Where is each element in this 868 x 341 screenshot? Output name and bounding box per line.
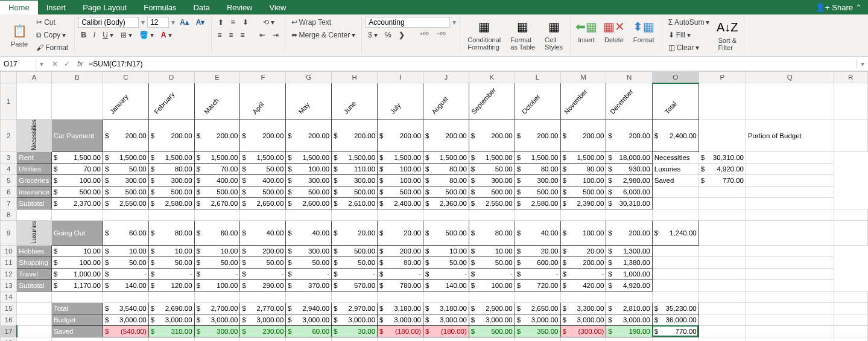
cell[interactable]: 500.00 <box>51 186 103 198</box>
cell[interactable]: - <box>560 268 606 279</box>
cell[interactable]: 1,500.00 <box>378 152 423 164</box>
cell[interactable]: 20.00 <box>515 245 560 257</box>
font-color-button[interactable]: A▾ <box>159 30 174 40</box>
cell[interactable]: 2,580.00 <box>515 198 560 209</box>
cell[interactable]: 200.00 <box>515 120 560 152</box>
cell[interactable]: 300.00 <box>286 245 332 257</box>
cell[interactable]: 2,550.00 <box>103 198 148 209</box>
cell[interactable]: 80.00 <box>148 164 194 175</box>
cell[interactable]: 1,380.00 <box>606 257 652 268</box>
format-cells-button[interactable]: ⬍▦Format <box>630 17 658 45</box>
chevron-down-icon[interactable]: ▾ <box>452 18 456 27</box>
cell[interactable]: 80.00 <box>378 257 423 268</box>
cell[interactable]: (300.00) <box>560 325 606 337</box>
borders-button[interactable]: ⊞▾ <box>118 30 135 40</box>
cell[interactable]: 100.00 <box>51 257 103 268</box>
cell[interactable]: 290.00 <box>240 279 286 291</box>
conditional-formatting-button[interactable]: ▦Conditional Formatting <box>464 17 504 52</box>
row-header-15[interactable]: 15 <box>1 302 17 314</box>
merge-center-button[interactable]: ⬌Merge & Center▾ <box>289 30 358 40</box>
chevron-down-icon[interactable]: ▾ <box>171 18 175 27</box>
clear-button[interactable]: ◫Clear▾ <box>666 42 712 53</box>
cell[interactable]: 40.00 <box>515 221 560 246</box>
cell[interactable]: 2,390.00 <box>560 198 606 209</box>
col-header-A[interactable]: A <box>17 72 52 83</box>
cell[interactable]: 200.00 <box>332 120 378 152</box>
row-header-7[interactable]: 7 <box>1 198 17 209</box>
cell[interactable]: 500.00 <box>469 186 515 198</box>
cell[interactable]: 2,940.00 <box>286 302 332 314</box>
orientation-button[interactable]: ⟲▾ <box>261 17 277 28</box>
cell[interactable]: 70.00 <box>194 164 240 175</box>
cell[interactable]: 2,980.00 <box>606 175 652 186</box>
cell[interactable]: 1,500.00 <box>148 152 194 164</box>
cell[interactable]: - <box>286 268 332 279</box>
cell[interactable]: 3,000.00 <box>423 314 469 325</box>
cell[interactable]: 2,360.00 <box>423 198 469 209</box>
col-header-L[interactable]: L <box>515 72 560 83</box>
tab-data[interactable]: Data <box>185 1 218 14</box>
cell[interactable]: 140.00 <box>103 279 148 291</box>
cell[interactable]: 70.00 <box>51 164 103 175</box>
col-header-J[interactable]: J <box>423 72 469 83</box>
align-middle-button[interactable]: ≡ <box>229 17 238 28</box>
cell[interactable]: 720.00 <box>515 279 560 291</box>
increase-indent-button[interactable]: ⇥ <box>270 30 281 40</box>
cell[interactable]: 200.00 <box>240 245 286 257</box>
row-header-10[interactable]: 10 <box>1 245 17 257</box>
cell[interactable]: 310.00 <box>148 325 194 337</box>
cell[interactable]: 300.00 <box>515 175 560 186</box>
cell[interactable]: 190.00 <box>606 325 652 337</box>
cell[interactable]: 20.00 <box>378 221 423 246</box>
cell[interactable]: 110.00 <box>332 164 378 175</box>
cell[interactable]: 200.00 <box>606 221 652 246</box>
cell[interactable]: 500.00 <box>560 186 606 198</box>
cell[interactable]: 40.00 <box>240 221 286 246</box>
cell[interactable]: 2,400.00 <box>652 120 699 152</box>
chevron-down-icon[interactable]: ▾ <box>141 18 145 27</box>
cell[interactable]: 3,000.00 <box>240 314 286 325</box>
sort-filter-button[interactable]: A↓ZSort & Filter <box>714 18 740 53</box>
col-header-P[interactable]: P <box>699 72 746 83</box>
fill-button[interactable]: ⬇Fill▾ <box>666 30 712 40</box>
comma-button[interactable]: ❯ <box>396 30 407 40</box>
col-header-D[interactable]: D <box>148 72 194 83</box>
cell[interactable]: 100.00 <box>51 175 103 186</box>
col-header-N[interactable]: N <box>606 72 652 83</box>
cell[interactable]: - <box>378 268 423 279</box>
cell[interactable]: 2,400.00 <box>378 198 423 209</box>
tab-view[interactable]: View <box>261 1 295 14</box>
cell[interactable]: (180.00) <box>423 325 469 337</box>
name-box[interactable] <box>0 59 36 69</box>
cell[interactable]: 1,500.00 <box>515 152 560 164</box>
share-button[interactable]: 👤+Share⌃ <box>809 1 868 14</box>
cell[interactable]: 500.00 <box>194 186 240 198</box>
cell[interactable]: - <box>103 268 148 279</box>
cell[interactable]: - <box>148 268 194 279</box>
cell[interactable]: 2,550.00 <box>469 198 515 209</box>
cell[interactable]: 50.00 <box>240 257 286 268</box>
cell[interactable]: 2,610.00 <box>332 198 378 209</box>
cell[interactable]: 20.00 <box>332 221 378 246</box>
cell[interactable]: 1,500.00 <box>469 152 515 164</box>
cell[interactable]: 200.00 <box>286 120 332 152</box>
decrease-indent-button[interactable]: ⇤ <box>257 30 268 40</box>
cell[interactable]: 10.00 <box>469 245 515 257</box>
col-header-H[interactable]: H <box>332 72 378 83</box>
cell[interactable]: 300.00 <box>103 175 148 186</box>
wrap-text-button[interactable]: ↩Wrap Text <box>289 17 358 28</box>
col-header-O[interactable]: O <box>652 72 699 83</box>
cell[interactable]: 10.00 <box>423 245 469 257</box>
cell[interactable]: 2,370.00 <box>51 198 103 209</box>
underline-button[interactable]: U▾ <box>100 30 116 40</box>
cell[interactable]: 930.00 <box>606 164 652 175</box>
col-header-E[interactable]: E <box>194 72 240 83</box>
cell[interactable]: 200.00 <box>103 120 148 152</box>
insert-cells-button[interactable]: ⬅▦Insert <box>574 17 598 45</box>
cell[interactable]: 3,000.00 <box>286 314 332 325</box>
cell[interactable]: 1,500.00 <box>103 152 148 164</box>
cell[interactable]: 2,500.00 <box>469 302 515 314</box>
cell[interactable]: 1,240.00 <box>652 221 699 246</box>
cell[interactable]: 200.00 <box>606 120 652 152</box>
format-as-table-button[interactable]: ▦Format as Table <box>507 17 539 52</box>
